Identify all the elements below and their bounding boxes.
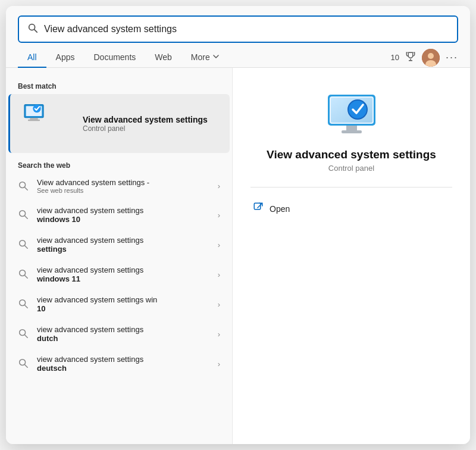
svg-line-24 [25, 365, 28, 368]
main-content: Best match Vi [6, 68, 470, 444]
chevron-right-icon: › [218, 360, 220, 368]
web-result-item[interactable]: view advanced system settings windows 11… [6, 260, 232, 289]
svg-point-19 [20, 300, 26, 306]
search-input[interactable]: View advanced system settings [44, 24, 449, 35]
web-result-text: view advanced system settings windows 11 [37, 265, 218, 283]
search-window: View advanced system settings All Apps D… [6, 6, 470, 444]
app-icon [22, 101, 76, 146]
tab-all[interactable]: All [18, 48, 46, 68]
chevron-right-icon: › [218, 182, 220, 190]
svg-rect-29 [342, 130, 362, 133]
tab-documents[interactable]: Documents [84, 48, 145, 68]
search-bar[interactable]: View advanced system settings [18, 15, 458, 43]
web-result-item[interactable]: view advanced system settings settings › [6, 230, 232, 260]
web-result-text: View advanced system settings - See web … [37, 178, 218, 194]
chevron-right-icon: › [218, 211, 220, 220]
app-icon-large [325, 92, 378, 136]
web-search-icon [18, 268, 30, 280]
left-panel: Best match Vi [6, 68, 232, 444]
web-result-item[interactable]: View advanced system settings - See web … [6, 172, 232, 200]
best-match-title: View advanced system settings [83, 115, 208, 124]
search-bar-row: View advanced system settings [6, 6, 470, 43]
tab-apps[interactable]: Apps [46, 48, 84, 68]
chevron-right-icon: › [218, 240, 220, 249]
svg-line-22 [25, 335, 28, 338]
web-search-icon [18, 209, 30, 221]
svg-line-16 [25, 246, 28, 249]
svg-point-17 [20, 270, 26, 276]
nav-tabs-row: All Apps Documents Web More 10 [6, 43, 470, 68]
tab-web[interactable]: Web [145, 48, 181, 68]
best-match-text: View advanced system settings Control pa… [83, 115, 208, 133]
best-match-subtitle: Control panel [83, 124, 208, 133]
svg-point-11 [20, 182, 26, 188]
search-web-label: Search the web [6, 153, 232, 172]
chevron-right-icon: › [218, 270, 220, 279]
svg-point-3 [428, 53, 434, 59]
more-options-button[interactable]: ··· [446, 51, 458, 64]
web-result-text: view advanced system settings settings [37, 236, 218, 254]
web-result-text: view advanced system settings windows 10 [37, 206, 218, 224]
trophy-icon [405, 51, 416, 64]
web-search-icon [18, 328, 30, 340]
svg-line-12 [25, 187, 28, 190]
web-search-icon [18, 180, 30, 192]
open-icon [253, 202, 264, 215]
search-icon [27, 23, 38, 36]
web-result-item[interactable]: view advanced system settings windows 10… [6, 200, 232, 230]
svg-rect-7 [30, 118, 37, 120]
svg-line-1 [35, 30, 37, 33]
chevron-right-icon: › [218, 330, 220, 339]
svg-point-21 [20, 330, 26, 336]
svg-line-14 [25, 216, 28, 219]
web-result-text: view advanced system settings win 10 [37, 295, 218, 313]
web-result-text: view advanced system settings dutch [37, 325, 218, 343]
svg-line-20 [25, 305, 28, 308]
svg-point-13 [20, 211, 26, 217]
web-search-icon [18, 298, 30, 310]
right-panel: View advanced system settings Control pa… [232, 68, 470, 444]
nav-tabs-left: All Apps Documents Web More [18, 48, 229, 67]
chevron-right-icon: › [218, 300, 220, 309]
tab-more[interactable]: More [181, 48, 229, 68]
svg-rect-8 [28, 120, 40, 121]
svg-rect-28 [346, 126, 357, 130]
best-match-item[interactable]: View advanced system settings Control pa… [8, 94, 230, 153]
chevron-down-icon [212, 52, 220, 62]
open-label: Open [270, 204, 290, 214]
svg-point-31 [349, 101, 367, 118]
web-search-icon [18, 239, 30, 251]
web-result-text: view advanced system settings deutsch [37, 355, 218, 373]
web-result-item[interactable]: view advanced system settings dutch › [6, 319, 232, 349]
svg-point-15 [20, 240, 26, 246]
app-title-large: View advanced system settings [267, 148, 436, 161]
web-result-item[interactable]: view advanced system settings win 10 › [6, 289, 232, 319]
divider [250, 187, 452, 188]
web-search-icon [18, 358, 30, 370]
best-match-label: Best match [6, 77, 232, 94]
badge-count: 10 [391, 53, 399, 62]
web-result-item[interactable]: view advanced system settings deutsch › [6, 349, 232, 379]
avatar[interactable] [422, 49, 440, 67]
open-button[interactable]: Open [250, 197, 452, 220]
nav-tabs-right: 10 ··· [391, 49, 458, 67]
svg-line-33 [258, 203, 262, 208]
svg-point-23 [20, 360, 26, 365]
app-subtitle-large: Control panel [328, 164, 374, 173]
svg-line-18 [25, 276, 28, 279]
